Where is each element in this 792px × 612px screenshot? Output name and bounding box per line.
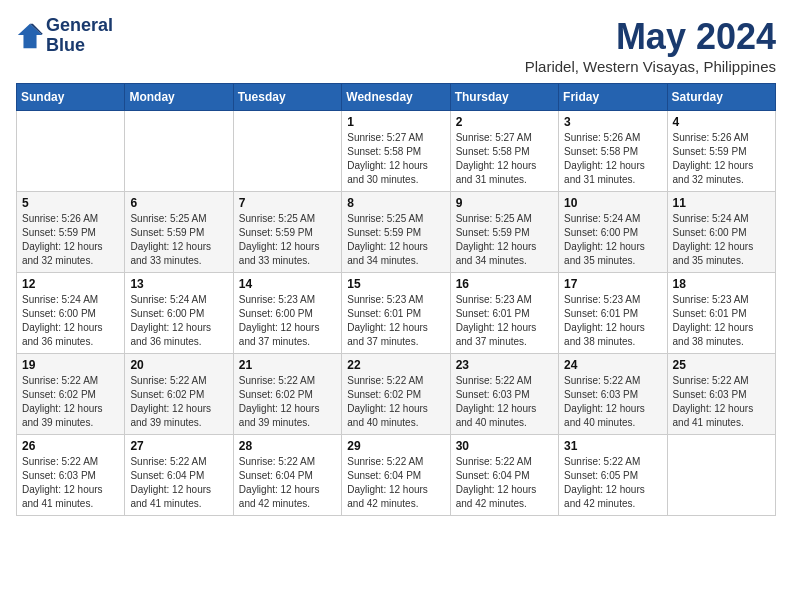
day-info: Sunrise: 5:25 AM Sunset: 5:59 PM Dayligh… — [239, 212, 336, 268]
logo-icon — [16, 22, 44, 50]
day-number: 15 — [347, 277, 444, 291]
calendar-cell: 24Sunrise: 5:22 AM Sunset: 6:03 PM Dayli… — [559, 354, 667, 435]
day-info: Sunrise: 5:23 AM Sunset: 6:01 PM Dayligh… — [456, 293, 553, 349]
weekday-header: Sunday — [17, 84, 125, 111]
day-number: 3 — [564, 115, 661, 129]
weekday-header-row: SundayMondayTuesdayWednesdayThursdayFrid… — [17, 84, 776, 111]
logo-line2: Blue — [46, 36, 113, 56]
calendar-cell: 16Sunrise: 5:23 AM Sunset: 6:01 PM Dayli… — [450, 273, 558, 354]
calendar-week-row: 26Sunrise: 5:22 AM Sunset: 6:03 PM Dayli… — [17, 435, 776, 516]
day-number: 25 — [673, 358, 770, 372]
title-section: May 2024 Plaridel, Western Visayas, Phil… — [525, 16, 776, 75]
day-number: 22 — [347, 358, 444, 372]
day-info: Sunrise: 5:22 AM Sunset: 6:02 PM Dayligh… — [22, 374, 119, 430]
calendar-cell: 12Sunrise: 5:24 AM Sunset: 6:00 PM Dayli… — [17, 273, 125, 354]
day-number: 18 — [673, 277, 770, 291]
page-header: General Blue May 2024 Plaridel, Western … — [16, 16, 776, 75]
day-number: 5 — [22, 196, 119, 210]
calendar-cell: 5Sunrise: 5:26 AM Sunset: 5:59 PM Daylig… — [17, 192, 125, 273]
calendar-cell: 10Sunrise: 5:24 AM Sunset: 6:00 PM Dayli… — [559, 192, 667, 273]
day-info: Sunrise: 5:23 AM Sunset: 6:01 PM Dayligh… — [564, 293, 661, 349]
day-info: Sunrise: 5:22 AM Sunset: 6:03 PM Dayligh… — [22, 455, 119, 511]
calendar-cell: 14Sunrise: 5:23 AM Sunset: 6:00 PM Dayli… — [233, 273, 341, 354]
calendar-cell: 30Sunrise: 5:22 AM Sunset: 6:04 PM Dayli… — [450, 435, 558, 516]
day-number: 13 — [130, 277, 227, 291]
calendar-week-row: 5Sunrise: 5:26 AM Sunset: 5:59 PM Daylig… — [17, 192, 776, 273]
day-info: Sunrise: 5:22 AM Sunset: 6:02 PM Dayligh… — [130, 374, 227, 430]
day-number: 1 — [347, 115, 444, 129]
calendar-cell: 3Sunrise: 5:26 AM Sunset: 5:58 PM Daylig… — [559, 111, 667, 192]
weekday-header: Friday — [559, 84, 667, 111]
weekday-header: Wednesday — [342, 84, 450, 111]
day-info: Sunrise: 5:22 AM Sunset: 6:03 PM Dayligh… — [456, 374, 553, 430]
day-info: Sunrise: 5:26 AM Sunset: 5:59 PM Dayligh… — [673, 131, 770, 187]
day-info: Sunrise: 5:24 AM Sunset: 6:00 PM Dayligh… — [130, 293, 227, 349]
calendar-cell: 25Sunrise: 5:22 AM Sunset: 6:03 PM Dayli… — [667, 354, 775, 435]
day-info: Sunrise: 5:23 AM Sunset: 6:01 PM Dayligh… — [673, 293, 770, 349]
calendar-cell: 15Sunrise: 5:23 AM Sunset: 6:01 PM Dayli… — [342, 273, 450, 354]
calendar-week-row: 12Sunrise: 5:24 AM Sunset: 6:00 PM Dayli… — [17, 273, 776, 354]
month-title: May 2024 — [525, 16, 776, 58]
day-number: 24 — [564, 358, 661, 372]
day-info: Sunrise: 5:24 AM Sunset: 6:00 PM Dayligh… — [673, 212, 770, 268]
day-info: Sunrise: 5:22 AM Sunset: 6:04 PM Dayligh… — [239, 455, 336, 511]
weekday-header: Monday — [125, 84, 233, 111]
calendar-cell: 7Sunrise: 5:25 AM Sunset: 5:59 PM Daylig… — [233, 192, 341, 273]
day-info: Sunrise: 5:25 AM Sunset: 5:59 PM Dayligh… — [456, 212, 553, 268]
day-number: 17 — [564, 277, 661, 291]
calendar-week-row: 19Sunrise: 5:22 AM Sunset: 6:02 PM Dayli… — [17, 354, 776, 435]
day-number: 7 — [239, 196, 336, 210]
calendar-cell: 1Sunrise: 5:27 AM Sunset: 5:58 PM Daylig… — [342, 111, 450, 192]
calendar-cell: 28Sunrise: 5:22 AM Sunset: 6:04 PM Dayli… — [233, 435, 341, 516]
day-number: 30 — [456, 439, 553, 453]
day-number: 21 — [239, 358, 336, 372]
calendar-cell: 21Sunrise: 5:22 AM Sunset: 6:02 PM Dayli… — [233, 354, 341, 435]
calendar-cell — [233, 111, 341, 192]
svg-marker-0 — [18, 24, 42, 48]
day-info: Sunrise: 5:25 AM Sunset: 5:59 PM Dayligh… — [347, 212, 444, 268]
calendar-cell: 29Sunrise: 5:22 AM Sunset: 6:04 PM Dayli… — [342, 435, 450, 516]
day-info: Sunrise: 5:22 AM Sunset: 6:05 PM Dayligh… — [564, 455, 661, 511]
calendar-cell — [125, 111, 233, 192]
calendar-cell — [667, 435, 775, 516]
day-number: 31 — [564, 439, 661, 453]
calendar-cell: 23Sunrise: 5:22 AM Sunset: 6:03 PM Dayli… — [450, 354, 558, 435]
day-number: 16 — [456, 277, 553, 291]
day-number: 6 — [130, 196, 227, 210]
day-info: Sunrise: 5:22 AM Sunset: 6:02 PM Dayligh… — [239, 374, 336, 430]
calendar-cell: 20Sunrise: 5:22 AM Sunset: 6:02 PM Dayli… — [125, 354, 233, 435]
calendar-cell: 13Sunrise: 5:24 AM Sunset: 6:00 PM Dayli… — [125, 273, 233, 354]
calendar-cell: 2Sunrise: 5:27 AM Sunset: 5:58 PM Daylig… — [450, 111, 558, 192]
calendar-cell: 19Sunrise: 5:22 AM Sunset: 6:02 PM Dayli… — [17, 354, 125, 435]
day-info: Sunrise: 5:27 AM Sunset: 5:58 PM Dayligh… — [456, 131, 553, 187]
day-info: Sunrise: 5:22 AM Sunset: 6:04 PM Dayligh… — [130, 455, 227, 511]
day-number: 4 — [673, 115, 770, 129]
day-number: 26 — [22, 439, 119, 453]
day-number: 14 — [239, 277, 336, 291]
day-info: Sunrise: 5:23 AM Sunset: 6:00 PM Dayligh… — [239, 293, 336, 349]
day-info: Sunrise: 5:22 AM Sunset: 6:02 PM Dayligh… — [347, 374, 444, 430]
logo: General Blue — [16, 16, 113, 56]
calendar-cell — [17, 111, 125, 192]
day-number: 2 — [456, 115, 553, 129]
logo-line1: General — [46, 16, 113, 36]
calendar-cell: 8Sunrise: 5:25 AM Sunset: 5:59 PM Daylig… — [342, 192, 450, 273]
logo-text: General Blue — [46, 16, 113, 56]
calendar-cell: 31Sunrise: 5:22 AM Sunset: 6:05 PM Dayli… — [559, 435, 667, 516]
calendar-cell: 22Sunrise: 5:22 AM Sunset: 6:02 PM Dayli… — [342, 354, 450, 435]
calendar-week-row: 1Sunrise: 5:27 AM Sunset: 5:58 PM Daylig… — [17, 111, 776, 192]
day-number: 12 — [22, 277, 119, 291]
day-number: 29 — [347, 439, 444, 453]
weekday-header: Tuesday — [233, 84, 341, 111]
calendar-table: SundayMondayTuesdayWednesdayThursdayFrid… — [16, 83, 776, 516]
calendar-cell: 4Sunrise: 5:26 AM Sunset: 5:59 PM Daylig… — [667, 111, 775, 192]
day-number: 23 — [456, 358, 553, 372]
day-number: 11 — [673, 196, 770, 210]
day-info: Sunrise: 5:24 AM Sunset: 6:00 PM Dayligh… — [564, 212, 661, 268]
day-info: Sunrise: 5:22 AM Sunset: 6:04 PM Dayligh… — [347, 455, 444, 511]
day-info: Sunrise: 5:25 AM Sunset: 5:59 PM Dayligh… — [130, 212, 227, 268]
day-info: Sunrise: 5:22 AM Sunset: 6:03 PM Dayligh… — [673, 374, 770, 430]
day-number: 10 — [564, 196, 661, 210]
calendar-cell: 11Sunrise: 5:24 AM Sunset: 6:00 PM Dayli… — [667, 192, 775, 273]
calendar-cell: 26Sunrise: 5:22 AM Sunset: 6:03 PM Dayli… — [17, 435, 125, 516]
